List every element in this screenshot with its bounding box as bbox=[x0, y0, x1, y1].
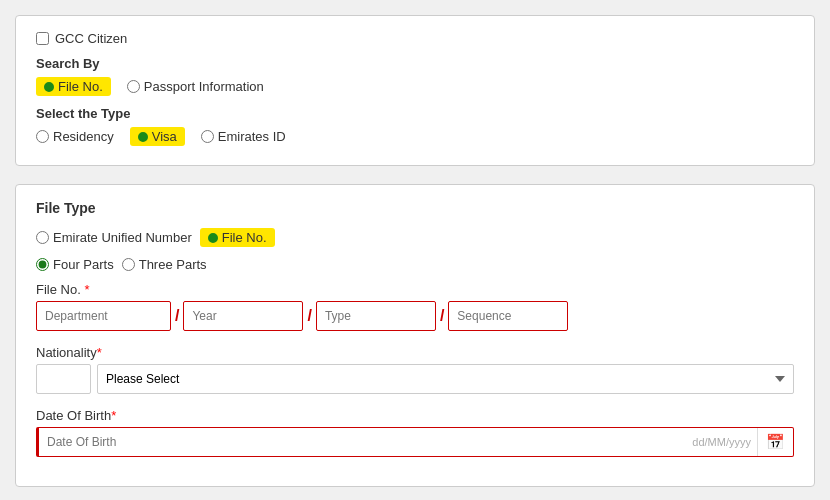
file-no-2-radio-dot bbox=[208, 233, 218, 243]
dob-label: Date Of Birth* bbox=[36, 408, 794, 423]
parts-row: Four Parts Three Parts bbox=[36, 257, 794, 272]
type-input[interactable] bbox=[316, 301, 436, 331]
search-by-label: Search By bbox=[36, 56, 794, 71]
emirates-id-label[interactable]: Emirates ID bbox=[218, 129, 286, 144]
type-residency[interactable]: Residency bbox=[36, 129, 114, 144]
visa-label: Visa bbox=[152, 129, 177, 144]
separator-2: / bbox=[307, 307, 311, 325]
separator-3: / bbox=[440, 307, 444, 325]
file-type-row: Emirate Unified Number File No. bbox=[36, 228, 794, 247]
year-input[interactable] bbox=[183, 301, 303, 331]
type-visa[interactable]: Visa bbox=[130, 127, 185, 146]
emirates-id-radio[interactable] bbox=[201, 130, 214, 143]
passport-radio[interactable] bbox=[127, 80, 140, 93]
residency-label[interactable]: Residency bbox=[53, 129, 114, 144]
file-no-label: File No. * bbox=[36, 282, 794, 297]
gcc-citizen-label[interactable]: GCC Citizen bbox=[55, 31, 127, 46]
sequence-input[interactable] bbox=[448, 301, 568, 331]
file-type-title: File Type bbox=[36, 200, 794, 216]
file-no-label: File No. bbox=[58, 79, 103, 94]
type-group: Residency Visa Emirates ID bbox=[36, 127, 794, 146]
nationality-select[interactable]: Please Select bbox=[97, 364, 794, 394]
emirate-unified-label[interactable]: Emirate Unified Number bbox=[53, 230, 192, 245]
visa-radio-dot bbox=[138, 132, 148, 142]
emirate-unified-option[interactable]: Emirate Unified Number bbox=[36, 230, 192, 245]
gcc-citizen-row: GCC Citizen bbox=[36, 31, 794, 46]
dob-input[interactable] bbox=[39, 430, 692, 454]
three-parts-option[interactable]: Three Parts bbox=[122, 257, 207, 272]
four-parts-label[interactable]: Four Parts bbox=[53, 257, 114, 272]
nationality-input-row: Please Select bbox=[36, 364, 794, 394]
residency-radio[interactable] bbox=[36, 130, 49, 143]
type-emirates-id[interactable]: Emirates ID bbox=[201, 129, 286, 144]
search-by-file-no[interactable]: File No. bbox=[36, 77, 111, 96]
file-no-section: File No. * / / / bbox=[36, 282, 794, 331]
four-parts-option[interactable]: Four Parts bbox=[36, 257, 114, 272]
gcc-citizen-checkbox[interactable] bbox=[36, 32, 49, 45]
search-by-passport[interactable]: Passport Information bbox=[127, 79, 264, 94]
three-parts-radio[interactable] bbox=[122, 258, 135, 271]
nationality-label: Nationality* bbox=[36, 345, 794, 360]
four-parts-radio[interactable] bbox=[36, 258, 49, 271]
file-no-input-group: / / / bbox=[36, 301, 794, 331]
dob-input-wrapper: dd/MM/yyyy 📅 bbox=[36, 427, 794, 457]
nationality-code-input[interactable] bbox=[36, 364, 91, 394]
passport-label[interactable]: Passport Information bbox=[144, 79, 264, 94]
department-input[interactable] bbox=[36, 301, 171, 331]
search-card: GCC Citizen Search By File No. Passport … bbox=[15, 15, 815, 166]
separator-1: / bbox=[175, 307, 179, 325]
calendar-icon[interactable]: 📅 bbox=[757, 428, 793, 456]
file-no-radio-dot bbox=[44, 82, 54, 92]
nationality-section: Nationality* Please Select bbox=[36, 345, 794, 394]
file-no-2-option[interactable]: File No. bbox=[200, 228, 275, 247]
search-by-group: File No. Passport Information bbox=[36, 77, 794, 96]
dob-section: Date Of Birth* dd/MM/yyyy 📅 bbox=[36, 408, 794, 457]
three-parts-label[interactable]: Three Parts bbox=[139, 257, 207, 272]
file-type-card: File Type Emirate Unified Number File No… bbox=[15, 184, 815, 487]
select-type-label: Select the Type bbox=[36, 106, 794, 121]
emirate-unified-radio[interactable] bbox=[36, 231, 49, 244]
dob-format: dd/MM/yyyy bbox=[692, 436, 757, 448]
file-no-2-label: File No. bbox=[222, 230, 267, 245]
